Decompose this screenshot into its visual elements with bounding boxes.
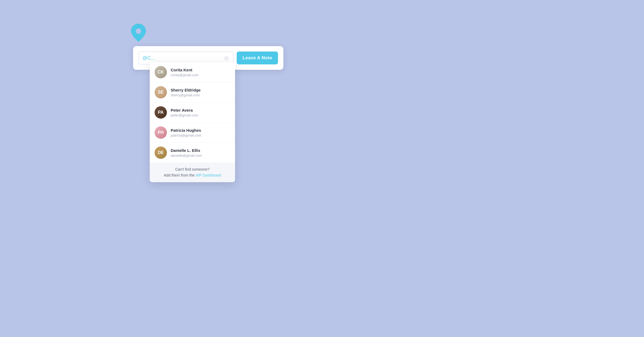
contact-item[interactable]: CK Corita Kent corita@gmail.com [150,62,235,82]
contact-name: Danielle L. Ellis [171,148,202,153]
emoji-icon[interactable]: ☺ [223,54,229,61]
avatar-initials: SE [158,90,163,95]
contact-info: Sherry Eldridge sherry@gmail.com [171,87,201,97]
contact-name: Peter Avera [171,108,198,113]
avatar-initials: CK [158,70,164,75]
avatar: PA [155,106,167,119]
scene: @C... ☺ Leave A Note CK Corita Kent cori… [0,0,644,337]
contact-info: Danielle L. Ellis danielle@gmail.com [171,148,202,158]
cant-find-line1: Can't find someone? [175,167,210,171]
contact-item[interactable]: SE Sherry Eldridge sherry@gmail.com [150,82,235,102]
location-pin-icon [131,24,146,44]
avatar-initials: PH [158,130,164,135]
contact-name: Corita Kent [171,67,199,73]
avatar: CK [155,66,167,78]
cant-find-text: Can't find someone? Add them from the WP… [155,166,230,178]
cant-find-line2-prefix: Add them from the [164,173,196,177]
avatar: PH [155,126,167,139]
contact-email: danielle@gmail.com [171,153,202,157]
contact-item[interactable]: PH Patricia Hughes patricia@gmail.com [150,123,235,143]
leave-note-button[interactable]: Leave A Note [237,52,278,64]
avatar-initials: DE [158,150,164,155]
cant-find-section: Can't find someone? Add them from the WP… [150,163,235,182]
contact-item[interactable]: PA Peter Avera peter@gmail.com [150,102,235,123]
contact-info: Corita Kent corita@gmail.com [171,67,199,77]
contact-info: Peter Avera peter@gmail.com [171,108,198,118]
mention-input-value: @C... [142,55,155,61]
contact-info: Patricia Hughes patricia@gmail.com [171,128,201,138]
contact-dropdown: CK Corita Kent corita@gmail.com SE Sherr… [150,62,235,182]
contact-email: sherry@gmail.com [171,93,201,97]
avatar: SE [155,86,167,98]
contact-email: peter@gmail.com [171,113,198,117]
contact-list: CK Corita Kent corita@gmail.com SE Sherr… [150,62,235,163]
wp-dashboard-link[interactable]: WP Dashboard [196,173,221,177]
contact-email: patricia@gmail.com [171,133,201,137]
contact-item[interactable]: DE Danielle L. Ellis danielle@gmail.com [150,143,235,163]
contact-name: Sherry Eldridge [171,87,201,93]
avatar: DE [155,146,167,159]
avatar-initials: PA [158,110,163,115]
contact-email: corita@gmail.com [171,73,199,77]
contact-name: Patricia Hughes [171,128,201,133]
